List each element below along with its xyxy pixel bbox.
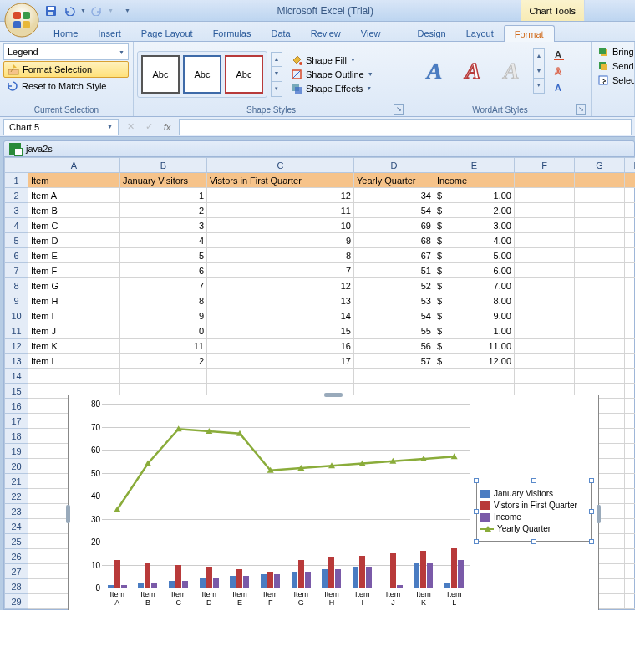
cell[interactable]: 11 bbox=[120, 339, 207, 354]
tab-page-layout[interactable]: Page Layout bbox=[131, 25, 203, 41]
row-header[interactable]: 4 bbox=[5, 218, 28, 233]
cell[interactable]: $3.00 bbox=[434, 218, 515, 233]
col-header-H[interactable]: H bbox=[625, 158, 636, 173]
cell[interactable]: 10 bbox=[207, 218, 354, 233]
col-header-B[interactable]: B bbox=[120, 158, 207, 173]
cell[interactable]: 67 bbox=[354, 248, 434, 263]
cell[interactable]: 56 bbox=[354, 339, 434, 354]
send-backward-button[interactable]: Send bbox=[597, 59, 635, 73]
cell[interactable]: Item C bbox=[28, 218, 120, 233]
cell[interactable]: 69 bbox=[354, 218, 434, 233]
cell[interactable]: 2 bbox=[120, 203, 207, 218]
cell[interactable]: 0 bbox=[120, 323, 207, 339]
row-header[interactable]: 26 bbox=[5, 549, 28, 564]
cell[interactable]: $12.00 bbox=[434, 354, 515, 369]
shape-fill-button[interactable]: Shape Fill ▼ bbox=[289, 53, 375, 67]
save-icon[interactable] bbox=[43, 3, 58, 18]
row-header[interactable]: 21 bbox=[5, 474, 28, 489]
col-header-G[interactable]: G bbox=[575, 158, 625, 173]
wordart-style-1[interactable]: A bbox=[416, 53, 453, 89]
cell[interactable]: 5 bbox=[120, 248, 207, 263]
cell-E1[interactable]: Income bbox=[434, 173, 515, 188]
qat-customize[interactable]: ▼ bbox=[124, 8, 130, 13]
row-header[interactable]: 17 bbox=[5, 414, 28, 429]
row-header[interactable]: 11 bbox=[5, 323, 28, 339]
cell[interactable]: 11 bbox=[207, 203, 354, 218]
enter-icon[interactable]: ✓ bbox=[142, 121, 155, 132]
cell[interactable]: Item A bbox=[28, 188, 120, 203]
row-header[interactable]: 27 bbox=[5, 564, 28, 579]
tab-design[interactable]: Design bbox=[407, 25, 455, 41]
dialog-launcher-icon[interactable]: ↘ bbox=[576, 104, 586, 115]
cell[interactable]: Item L bbox=[28, 354, 120, 369]
workbook-caption[interactable]: java2s bbox=[3, 140, 635, 157]
redo-icon[interactable] bbox=[89, 3, 104, 18]
cell-A1[interactable]: Item bbox=[28, 173, 120, 188]
cell[interactable]: $5.00 bbox=[434, 248, 515, 263]
chart-element-selector[interactable]: Legend▼ bbox=[3, 43, 129, 60]
row-header[interactable]: 5 bbox=[5, 233, 28, 248]
row-header[interactable]: 20 bbox=[5, 459, 28, 474]
cell-B1[interactable]: January Visitors bbox=[120, 173, 207, 188]
cell[interactable]: $1.00 bbox=[434, 323, 515, 339]
shape-style-2[interactable]: Abc bbox=[183, 55, 221, 94]
cell[interactable]: 15 bbox=[207, 323, 354, 339]
col-header-D[interactable]: D bbox=[354, 158, 434, 173]
chart-legend[interactable]: January VisitorsVistors in First Quarter… bbox=[476, 481, 592, 542]
plot-area[interactable] bbox=[102, 404, 470, 588]
legend-entry[interactable]: January Visitors bbox=[480, 489, 587, 498]
row-header[interactable]: 16 bbox=[5, 399, 28, 414]
col-header-C[interactable]: C bbox=[207, 158, 354, 173]
row-header[interactable]: 6 bbox=[5, 248, 28, 263]
row-header[interactable]: 14 bbox=[5, 369, 28, 384]
cell[interactable]: 51 bbox=[354, 263, 434, 278]
col-header-F[interactable]: F bbox=[515, 158, 575, 173]
row-header[interactable]: 15 bbox=[5, 384, 28, 399]
cell[interactable]: $8.00 bbox=[434, 293, 515, 308]
cell[interactable]: 8 bbox=[120, 293, 207, 308]
row-header[interactable]: 25 bbox=[5, 534, 28, 549]
undo-dropdown[interactable]: ▼ bbox=[80, 8, 86, 13]
cell[interactable]: 17 bbox=[207, 354, 354, 369]
tab-view[interactable]: View bbox=[351, 25, 391, 41]
wordart-style-2[interactable]: A bbox=[455, 53, 491, 89]
tab-review[interactable]: Review bbox=[301, 25, 351, 41]
cell[interactable]: 57 bbox=[354, 354, 434, 369]
cell[interactable]: 54 bbox=[354, 203, 434, 218]
redo-dropdown[interactable]: ▼ bbox=[108, 8, 114, 13]
cell[interactable]: 7 bbox=[207, 263, 354, 278]
cell[interactable]: 16 bbox=[207, 339, 354, 354]
name-box[interactable]: Chart 5▼ bbox=[3, 119, 119, 135]
wordart-style-3[interactable]: A bbox=[493, 53, 530, 89]
cell[interactable]: 7 bbox=[120, 278, 207, 293]
text-outline-button[interactable]: A bbox=[551, 64, 566, 79]
row-header[interactable]: 23 bbox=[5, 504, 28, 519]
text-effects-button[interactable]: A bbox=[551, 80, 566, 95]
row-header[interactable]: 18 bbox=[5, 429, 28, 444]
cell[interactable]: 54 bbox=[354, 308, 434, 323]
legend-entry[interactable]: Income bbox=[480, 512, 587, 522]
cell-D1[interactable]: Yearly Quarter bbox=[354, 173, 434, 188]
cell-G1[interactable] bbox=[575, 173, 625, 188]
cell[interactable]: 53 bbox=[354, 293, 434, 308]
cell-H1[interactable] bbox=[625, 173, 636, 188]
cell[interactable]: 12 bbox=[207, 278, 354, 293]
cell[interactable]: Item I bbox=[28, 308, 120, 323]
row-header[interactable]: 13 bbox=[5, 354, 28, 369]
undo-icon[interactable] bbox=[62, 3, 77, 18]
tab-layout[interactable]: Layout bbox=[456, 25, 504, 41]
row-header[interactable]: 8 bbox=[5, 278, 28, 293]
cell[interactable]: Item J bbox=[28, 323, 120, 339]
row-header[interactable]: 9 bbox=[5, 293, 28, 308]
cell[interactable]: 12 bbox=[207, 188, 354, 203]
tab-data[interactable]: Data bbox=[261, 25, 300, 41]
cell[interactable]: 8 bbox=[207, 248, 354, 263]
row-header[interactable]: 10 bbox=[5, 308, 28, 323]
row-header[interactable]: 19 bbox=[5, 444, 28, 459]
cell-F1[interactable] bbox=[515, 173, 575, 188]
cell[interactable]: 9 bbox=[207, 233, 354, 248]
selection-pane-button[interactable]: Selec bbox=[597, 74, 635, 87]
x-axis[interactable]: ItemAItemBItemCItemDItemEItemFItemGItemH… bbox=[102, 591, 470, 608]
text-fill-button[interactable]: A bbox=[551, 47, 566, 62]
cell[interactable]: 13 bbox=[207, 293, 354, 308]
